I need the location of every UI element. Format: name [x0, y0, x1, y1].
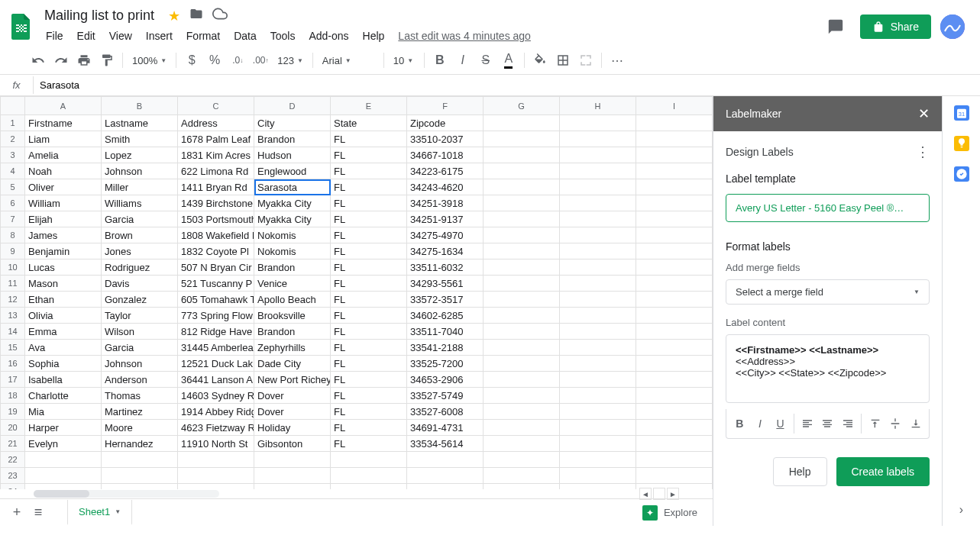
italic-button[interactable]: I	[452, 50, 474, 71]
cell[interactable]: FL	[331, 308, 407, 324]
cell[interactable]: FL	[331, 356, 407, 372]
redo-button[interactable]	[50, 50, 72, 71]
text-color-button[interactable]: A	[498, 50, 519, 71]
cell[interactable]	[102, 484, 178, 490]
cell[interactable]	[560, 372, 636, 388]
share-button[interactable]: Share	[860, 15, 931, 39]
col-header[interactable]: I	[636, 97, 713, 115]
cell[interactable]	[484, 243, 560, 259]
cell[interactable]: 34275-4970	[407, 227, 484, 243]
cell[interactable]: 33534-5614	[407, 436, 484, 452]
bold-button[interactable]: B	[429, 50, 451, 71]
row-header[interactable]: 10	[1, 259, 25, 276]
avatar[interactable]	[940, 15, 965, 39]
cell[interactable]: FL	[331, 436, 407, 452]
row-header[interactable]: 17	[1, 372, 25, 388]
cell[interactable]: 34293-5561	[407, 276, 484, 292]
cell[interactable]: Gonzalez	[102, 292, 178, 308]
cell[interactable]: Garcia	[102, 211, 178, 227]
cell[interactable]: 773 Spring Flow	[178, 308, 254, 324]
cell[interactable]: Smith	[102, 131, 178, 147]
cell[interactable]: Liam	[25, 131, 102, 147]
fontsize-select[interactable]: 10▼	[389, 50, 419, 71]
keep-icon[interactable]	[954, 136, 969, 151]
cell[interactable]: Johnson	[102, 356, 178, 372]
star-icon[interactable]: ★	[168, 8, 180, 24]
cell[interactable]	[484, 276, 560, 292]
cell[interactable]: Amelia	[25, 147, 102, 163]
cell[interactable]: FL	[331, 292, 407, 308]
cell[interactable]: James	[25, 227, 102, 243]
cell[interactable]: Ethan	[25, 292, 102, 308]
cell[interactable]: Noah	[25, 163, 102, 179]
cell[interactable]	[636, 436, 713, 452]
cell[interactable]: 12521 Duck Lak	[178, 356, 254, 372]
cell[interactable]: Wilson	[102, 324, 178, 340]
create-labels-button[interactable]: Create labels	[836, 457, 930, 486]
cell[interactable]	[560, 259, 636, 276]
sheets-logo[interactable]	[6, 11, 37, 42]
cell[interactable]: Benjamin	[25, 243, 102, 259]
cell[interactable]: Brandon	[254, 324, 331, 340]
cell[interactable]: Zipcode	[407, 115, 484, 131]
row-header[interactable]: 3	[1, 147, 25, 163]
cell[interactable]: FL	[331, 163, 407, 179]
cell[interactable]	[636, 179, 713, 195]
cell[interactable]: 34243-4620	[407, 179, 484, 195]
cell[interactable]: Isabella	[25, 372, 102, 388]
cell[interactable]	[560, 147, 636, 163]
align-center-button[interactable]	[819, 414, 836, 434]
row-header[interactable]: 15	[1, 340, 25, 356]
menu-file[interactable]: File	[40, 27, 70, 45]
cell[interactable]	[484, 324, 560, 340]
merge-button[interactable]	[575, 50, 597, 71]
cell[interactable]	[254, 468, 331, 484]
cell[interactable]: Johnson	[102, 163, 178, 179]
borders-button[interactable]	[552, 50, 574, 71]
cell[interactable]	[560, 276, 636, 292]
cell[interactable]	[25, 452, 102, 468]
more-button[interactable]: ⋯	[606, 50, 628, 71]
more-menu-icon[interactable]: ⋮	[916, 143, 930, 160]
cell[interactable]: 1832 Coyote Pl	[178, 243, 254, 259]
horizontal-scrollbar[interactable]: ◄ ►	[0, 489, 713, 498]
row-header[interactable]: 4	[1, 163, 25, 179]
cell[interactable]	[484, 227, 560, 243]
cell[interactable]: 812 Ridge Have	[178, 324, 254, 340]
row-header[interactable]: 8	[1, 227, 25, 243]
explore-button[interactable]: ✦ Explore	[633, 501, 707, 525]
rail-chevron-icon[interactable]: ›	[959, 503, 963, 517]
row-header[interactable]: 2	[1, 131, 25, 147]
menu-format[interactable]: Format	[180, 27, 226, 45]
close-icon[interactable]: ✕	[918, 105, 930, 122]
zoom-select[interactable]: 100%▼	[128, 50, 171, 71]
cell[interactable]: FL	[331, 147, 407, 163]
cell[interactable]: Mason	[25, 276, 102, 292]
col-header[interactable]: A	[25, 97, 102, 115]
cell[interactable]	[178, 468, 254, 484]
cell[interactable]: 11910 North St	[178, 436, 254, 452]
currency-button[interactable]: $	[181, 50, 202, 71]
cell[interactable]: 1411 Bryan Rd	[178, 179, 254, 195]
menu-data[interactable]: Data	[228, 27, 263, 45]
cell[interactable]: Brandon	[254, 131, 331, 147]
row-header[interactable]: 5	[1, 179, 25, 195]
cell[interactable]: 34223-6175	[407, 163, 484, 179]
menu-help[interactable]: Help	[357, 27, 391, 45]
cell[interactable]: 33527-5749	[407, 388, 484, 404]
cell[interactable]	[560, 131, 636, 147]
cell[interactable]: FL	[331, 340, 407, 356]
cell[interactable]	[560, 452, 636, 468]
cell[interactable]: 33572-3517	[407, 292, 484, 308]
cell[interactable]: Garcia	[102, 340, 178, 356]
cell[interactable]: 1439 Birchstone	[178, 195, 254, 211]
cell[interactable]: 1831 Kim Acres	[178, 147, 254, 163]
cell[interactable]: Zephyrhills	[254, 340, 331, 356]
row-header[interactable]: 11	[1, 276, 25, 292]
cell[interactable]: FL	[331, 324, 407, 340]
col-header[interactable]: E	[331, 97, 407, 115]
cell[interactable]	[560, 211, 636, 227]
cell[interactable]	[636, 147, 713, 163]
cell[interactable]	[560, 340, 636, 356]
cell[interactable]: Hernandez	[102, 436, 178, 452]
